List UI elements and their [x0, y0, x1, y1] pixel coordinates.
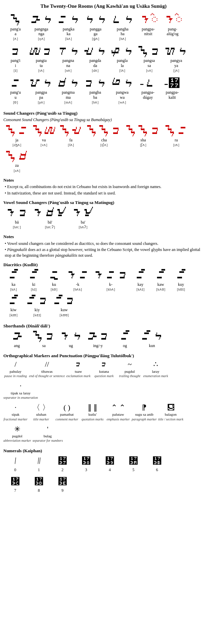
glyph-num-6: ᜻ [152, 455, 162, 467]
glyph-pangla: ᝎᝄ [110, 45, 134, 59]
glyph-pangda: ᝇᝄ [83, 45, 107, 59]
cell-pangba: ᝊᝄ pangbaba [bʌ] [82, 77, 109, 105]
glyph-pangpa-nitsit: ᝂ꠆ [139, 13, 157, 27]
glyph-laray: ∴ [153, 360, 158, 369]
label-pangsa: pangsasa [144, 58, 155, 68]
punct-row-1: / pahulay pause in reading // tibawas en… [3, 360, 204, 401]
ipa-pangpa: [pʌ] [38, 100, 45, 105]
ipa-ku: [kʊ] [51, 287, 57, 292]
label-kiw: kiw [10, 307, 17, 312]
label-tipak: tipak sa laray [11, 391, 31, 395]
ipa-ra: [rʌ] [173, 142, 179, 147]
label-fa: fa [69, 138, 72, 142]
sub-pugdul: trailing thought [119, 374, 140, 378]
sh-kun: ᝃᝒᝄ kun [138, 330, 165, 348]
ipa-ba-glottal: [bʌʔ] [79, 225, 87, 230]
glyph-pangnga: ᝅᝄ [29, 13, 54, 27]
glyph-pangalogog: ᝂ꠆ [163, 13, 182, 27]
label-num-7: 7 [14, 488, 16, 493]
label-za: za [15, 163, 19, 168]
numerals-row-2: ᜼ 7 ᜽ 8 ᜾ 9 [3, 476, 204, 495]
glyph-panga: ᝐ [9, 13, 22, 27]
sub-pugdol: abbreviation marker [3, 438, 31, 443]
cell-pangda: ᝇᝄ pangdada [dʌ] [82, 45, 109, 73]
label-sh-ang: ang [14, 343, 20, 348]
sub-sipak: fractional marker [4, 417, 28, 422]
glyph-ba-glottal: ᝂᝁ [71, 206, 95, 220]
cell-kiw: ᝃᝒ kiw [kɪʊ] [3, 294, 24, 318]
cell-za: ᝐᝋ za [zʌ] [3, 150, 30, 173]
label-num-6: 6 [156, 467, 158, 473]
glyph-pangna: ᝈᝄ [56, 45, 80, 59]
cell-pangpa: ᝉᝄ pangpapa [pʌ] [28, 77, 55, 105]
orthographic-title: Orthographical Markers and Punctuation (… [3, 353, 204, 359]
cell-kaw: ᝃᝒ kaw [kʌʊ] [151, 269, 171, 292]
glyph-pamatbat: ( ) [63, 403, 70, 413]
ipa-pangba: [bʌ] [92, 100, 99, 105]
label-pangta: pangtata [36, 58, 47, 68]
label-palutaw: palutaw [112, 412, 124, 417]
sh-ug: ᝂᝄ ug [57, 330, 84, 348]
vowel-note-1: • Vowel sound changers can be considered… [3, 241, 204, 247]
glyph-num-0: ᜵ [14, 455, 16, 467]
label-ra: ra [175, 138, 178, 142]
diacritics-title: Diacritics (Kudlít) [3, 262, 204, 268]
cell-pangwa: ᝏᝄ pangwawa [wʌ] [109, 77, 136, 105]
cell-pangsa: ᝐᝊ pangsasa [sʌ] [136, 45, 163, 73]
cell-pangpa-nitsit: ᝂ꠆ pangpa-nitsit [136, 13, 160, 42]
cell-va: ᝐᝆ va [vʌ] [30, 124, 57, 147]
sh-ingy: ᝅᝊ ing/-y [84, 330, 111, 348]
label-ba-glottal: ba' [81, 220, 85, 225]
num-3: ᜸ 3 [74, 455, 98, 473]
label-balagon: balagon [165, 412, 177, 417]
cell-pangla: ᝎᝄ panglala [lʌ] [109, 45, 136, 73]
cell-kuy: ᝃᝒ kuy [kʊɪ] [171, 269, 191, 292]
glyph-tuaw: ᝊ [75, 360, 82, 369]
label-pangla: panglala [117, 58, 128, 68]
label-pahulay: pahulay [10, 369, 22, 374]
glyph-palutaw: ⌃ ⌃ [111, 403, 125, 413]
num-5: ᜺ 5 [122, 455, 145, 473]
glyph-tipak: · [20, 381, 22, 391]
glyph-za: ᝐᝋ [5, 150, 29, 163]
vowel-notes: Notes • Vowel sound changers can be cons… [3, 234, 204, 258]
punct-laray: ∴ laray enumeration mark [143, 360, 168, 378]
punct-bulag: ' bulag separator for numbers [32, 424, 63, 443]
glyph-pangta: ᝆᝊ [29, 45, 53, 59]
label-cha: cha [101, 138, 107, 142]
rooms-row-3: ᝃ pang'uu [ʊ] ᝉᝄ pangpapa [pʌ] ᝋᝄ pangma… [3, 77, 204, 107]
ipa-kuy: [kʊɪ] [177, 287, 185, 292]
punct-tuaw: ᝊ tuaw exclamation mark [66, 360, 90, 378]
glyph-balagon: ⛾ [167, 403, 175, 413]
rooms-row-1: ᝐ pang'aa [ʌ] ᝅᝄ pangnganga [ŋʌ] ᝃᝄ pang… [3, 13, 204, 44]
page-title: The Twenty-One Rooms (Ang Kawhā'an ug Us… [3, 3, 204, 10]
label-sipak: sipak [11, 412, 19, 417]
cell-pangnga: ᝅᝄ pangnganga [ŋʌ] [28, 13, 55, 42]
glyph-kiw: ᝃᝒ [7, 294, 20, 308]
ipa-panga: [ʌ] [13, 36, 18, 41]
cell-ba-long: ᝂᝊ bā [bʌː] [3, 206, 30, 230]
punct-sugu: ⁋ sugu sa anib paragraph marker [132, 403, 157, 422]
ipa-va: [vʌ] [41, 142, 47, 147]
punct-pugdol: ✳ pugdol abbreviation marker [3, 424, 31, 443]
diacritics-row-1: ᝃᝒ ka [kʌ] ᝃᝒ ki [kɪ] ᝃᝓ ku [kʊ] ᝂᝃ -k [… [3, 269, 204, 294]
label-sh-ingy: ing/-y [93, 343, 103, 348]
glyph-pangu: ᝃ [9, 77, 22, 90]
label-pangwa: pangwawa [116, 90, 128, 100]
sub-bulag: separator for numbers [32, 438, 63, 443]
numerals-row-1: ᜵ 0 ᜶ 1 ᜷ 2 ᜸ 3 ᜹ 4 ᜺ 5 ᜻ 6 [3, 455, 204, 474]
num-7: ᜼ 7 [3, 476, 27, 493]
glyph-sh-ang: ᝅ [11, 330, 23, 343]
label-pangpa-dugay: pangpa-dúgay [141, 90, 155, 100]
ipa-pangnga: [ŋʌ] [38, 36, 45, 41]
punct-uluhan: 〈 〉 uluhan title marker [29, 403, 53, 422]
label-pugdol: pugdol [12, 434, 23, 438]
label-pangma: pangmama [62, 90, 75, 100]
label-num-1: 1 [38, 467, 40, 473]
cell-kiy: ᝃᝒᝊ kiy [kɛɪ] [24, 294, 51, 318]
label-ba-glottal-long: bā' [48, 220, 52, 225]
punct-balagon: ⛾ balagon title / section mark [158, 403, 183, 422]
punct-pamatbat: ( ) pamatbat comment marker [55, 403, 79, 422]
punct-pugdul: ~ pugdul trailing thought [118, 360, 142, 378]
label-ja: ja [16, 138, 19, 142]
